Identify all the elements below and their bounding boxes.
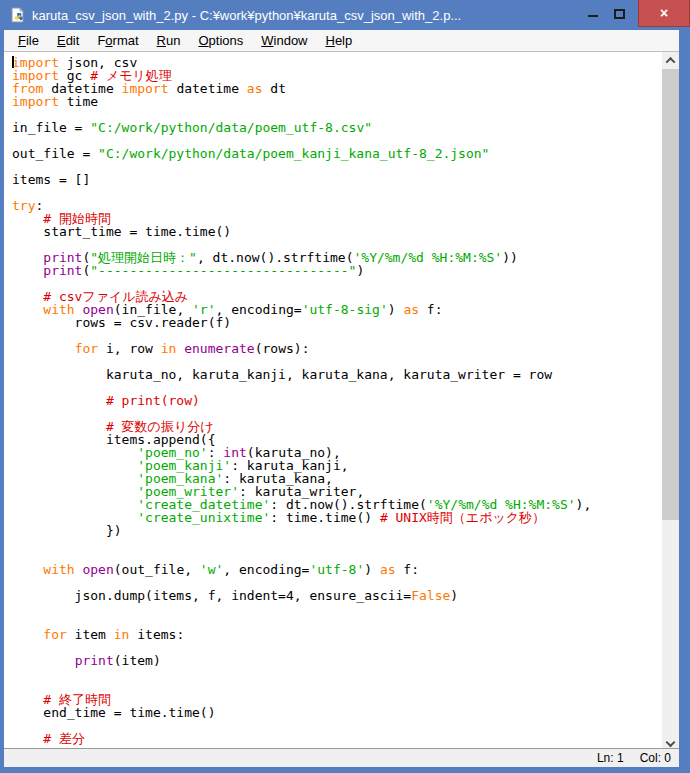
scrollbar-thumb[interactable] <box>662 69 679 520</box>
menu-item-format[interactable]: Format <box>88 31 147 50</box>
menu-item-help[interactable]: Help <box>317 31 362 50</box>
code-line: # 差分 <box>12 732 662 745</box>
code-line: rows = csv.reader(f) <box>12 316 662 329</box>
code-line <box>12 719 662 732</box>
code-line: karuta_no, karuta_kanji, karuta_kana, ka… <box>12 368 662 381</box>
title-bar: karuta_csv_json_with_2.py - C:¥work¥pyth… <box>0 0 690 30</box>
code-line: in_file = "C:/work/python/data/poem_utf-… <box>12 121 662 134</box>
minimize-icon <box>588 15 598 17</box>
code-area[interactable]: import json, csvimport gc # メモリ処理from da… <box>4 52 662 748</box>
minimize-button[interactable] <box>580 0 606 27</box>
python-file-icon[interactable] <box>9 7 25 23</box>
menu-bar: FileEditFormatRunOptionsWindowHelp <box>4 30 679 52</box>
window-frame: FileEditFormatRunOptionsWindowHelp impor… <box>0 30 690 773</box>
chevron-down-icon <box>666 737 676 747</box>
status-line-number: Ln: 1 <box>597 751 624 765</box>
code-line: start_time = time.time() <box>12 225 662 238</box>
editor-area: import json, csvimport gc # メモリ処理from da… <box>4 52 679 748</box>
status-bar: Ln: 1 Col: 0 <box>4 748 679 767</box>
code-line: with open(out_file, 'w', encoding='utf-8… <box>12 563 662 576</box>
maximize-button[interactable] <box>606 0 632 27</box>
menu-item-window[interactable]: Window <box>252 31 316 50</box>
code-line: from datetime import datetime as dt <box>12 82 662 95</box>
code-line: for item in items: <box>12 628 662 641</box>
menu-item-edit[interactable]: Edit <box>48 31 88 50</box>
code-line <box>12 667 662 680</box>
code-line: items = [] <box>12 173 662 186</box>
window-controls: × <box>580 0 690 30</box>
window-title: karuta_csv_json_with_2.py - C:¥work¥pyth… <box>32 8 580 23</box>
code-line: for i, row in enumerate(rows): <box>12 342 662 355</box>
code-line: import time <box>12 95 662 108</box>
code-line: print(item) <box>12 654 662 667</box>
menu-item-options[interactable]: Options <box>189 31 252 50</box>
code-line: print("--------------------------------"… <box>12 264 662 277</box>
maximize-icon <box>614 9 625 19</box>
code-line: # print(row) <box>12 394 662 407</box>
scrollbar-track[interactable] <box>662 69 679 731</box>
close-button[interactable]: × <box>638 0 690 27</box>
code-line: json.dump(items, f, indent=4, ensure_asc… <box>12 589 662 602</box>
vertical-scrollbar <box>662 52 679 748</box>
scroll-up-button[interactable] <box>662 52 679 69</box>
code-line <box>12 537 662 550</box>
chevron-up-icon <box>666 57 676 67</box>
code-line: out_file = "C:/work/python/data/poem_kan… <box>12 147 662 160</box>
scroll-down-button[interactable] <box>662 731 679 748</box>
menu-item-run[interactable]: Run <box>148 31 190 50</box>
code-line <box>12 602 662 615</box>
status-column-number: Col: 0 <box>640 751 671 765</box>
close-icon: × <box>660 5 668 21</box>
code-line: }) <box>12 524 662 537</box>
code-line <box>12 186 662 199</box>
idle-editor-window: karuta_csv_json_with_2.py - C:¥work¥pyth… <box>0 0 690 773</box>
menu-item-file[interactable]: File <box>9 31 48 50</box>
code-line: end_time = time.time() <box>12 706 662 719</box>
code-line <box>12 160 662 173</box>
